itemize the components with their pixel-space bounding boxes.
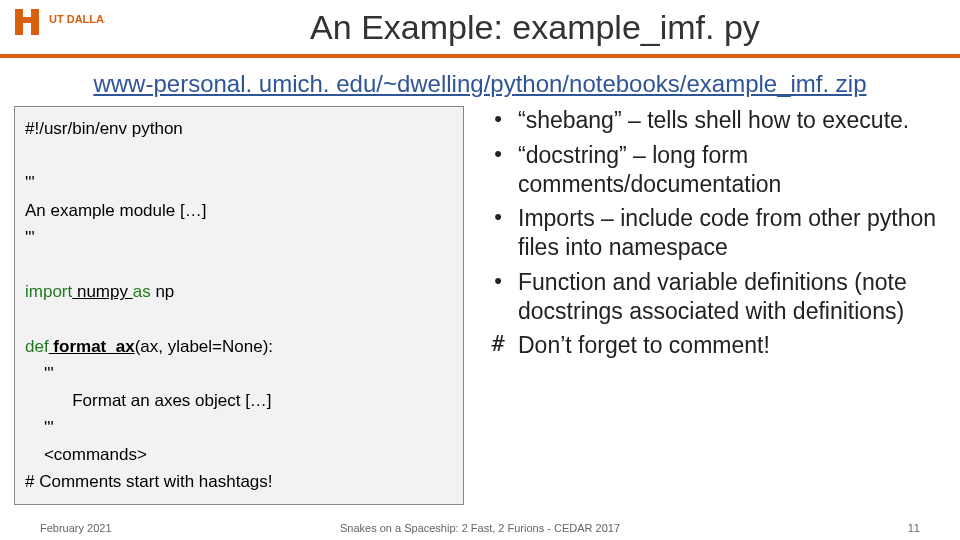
bullet-item: # Don’t forget to comment! <box>478 331 946 360</box>
code-keyword-def: def <box>25 337 49 356</box>
bullet-text: “shebang” – tells shell how to execute. <box>518 106 946 135</box>
code-alias-np: np <box>151 282 175 301</box>
header-bar: UT DALLAS An Example: example_imf. py <box>0 0 960 58</box>
code-line-inner-doc-body: Format an axes object […] <box>25 391 272 410</box>
code-func-args: (ax, ylabel=None): <box>135 337 273 356</box>
bullet-text: “docstring” – long form comments/documen… <box>518 141 946 199</box>
footer: February 2021 Snakes on a Spaceship: 2 F… <box>0 522 960 534</box>
content-area: #!/usr/bin/env python ''' An example mod… <box>0 106 960 505</box>
bullet-marker: • <box>478 141 518 199</box>
code-line-inner-doc-open: ''' <box>25 364 54 383</box>
hash-marker: # <box>478 331 518 360</box>
code-line-docstring-close: ''' <box>25 228 35 247</box>
code-keyword-import: import <box>25 282 72 301</box>
bullet-text: Don’t forget to comment! <box>518 331 946 360</box>
code-func-name: format_ax <box>49 337 135 356</box>
bullet-item: • “docstring” – long form comments/docum… <box>478 141 946 199</box>
footer-title: Snakes on a Spaceship: 2 Fast, 2 Furions… <box>260 522 700 534</box>
logo-text: UT DALLAS <box>49 13 105 25</box>
slide: UT DALLAS An Example: example_imf. py ww… <box>0 0 960 540</box>
bullet-text: Imports – include code from other python… <box>518 204 946 262</box>
bullet-marker: • <box>478 204 518 262</box>
code-line-inner-doc-close: ''' <box>25 418 54 437</box>
code-line-docstring-open: ''' <box>25 173 35 192</box>
slide-title: An Example: example_imf. py <box>110 8 960 47</box>
code-keyword-as: as <box>133 282 151 301</box>
utd-logo: UT DALLAS <box>0 0 110 56</box>
bullet-text: Function and variable definitions (note … <box>518 268 946 326</box>
code-block: #!/usr/bin/env python ''' An example mod… <box>14 106 464 505</box>
code-line-comment: # Comments start with hashtags! <box>25 472 273 491</box>
footer-page-number: 11 <box>700 522 920 534</box>
bullet-list: • “shebang” – tells shell how to execute… <box>478 106 946 505</box>
bullet-item: • Function and variable definitions (not… <box>478 268 946 326</box>
bullet-marker: • <box>478 268 518 326</box>
code-line-commands: <commands> <box>25 445 147 464</box>
code-line-docstring-body: An example module […] <box>25 201 206 220</box>
svg-rect-0 <box>23 9 31 17</box>
footer-date: February 2021 <box>40 522 260 534</box>
code-line-shebang: #!/usr/bin/env python <box>25 119 183 138</box>
source-url-link[interactable]: www-personal. umich. edu/~dwelling/pytho… <box>0 70 960 98</box>
bullet-item: • Imports – include code from other pyth… <box>478 204 946 262</box>
code-module-numpy: numpy <box>72 282 132 301</box>
bullet-marker: • <box>478 106 518 135</box>
bullet-item: • “shebang” – tells shell how to execute… <box>478 106 946 135</box>
